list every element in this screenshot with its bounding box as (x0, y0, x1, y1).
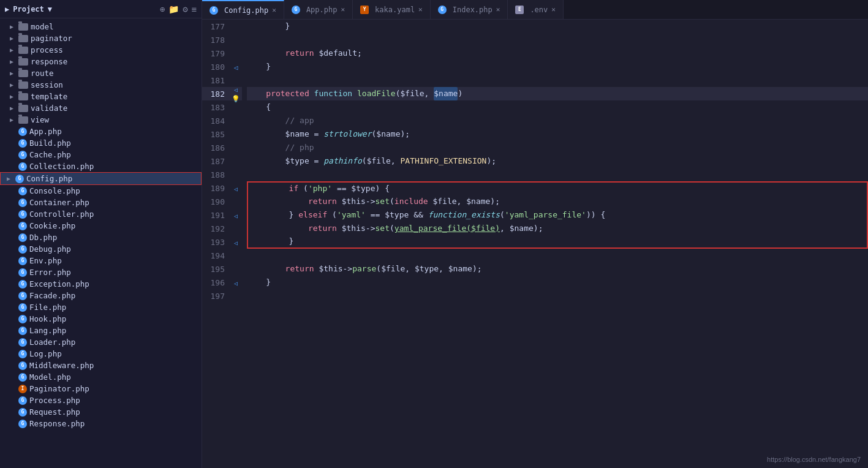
sidebar-item-file[interactable]: G File.php (0, 301, 202, 313)
arrow-icon: ▶ (10, 23, 18, 30)
sidebar-item-paginator[interactable]: ▶ paginator (0, 32, 202, 44)
item-label: Cache.php (29, 150, 71, 159)
tab-label: App.php (306, 6, 338, 14)
item-label: Build.php (29, 138, 71, 148)
sidebar-item-container[interactable]: G Container.php (0, 197, 202, 208)
add-folder-icon[interactable]: 📁 (168, 4, 179, 14)
php-icon: G (18, 245, 27, 254)
sidebar-item-model[interactable]: ▶ model (0, 21, 202, 32)
tab-kaka-yaml[interactable]: Y kaka.yaml ✕ (353, 0, 431, 19)
close-tab-icon[interactable]: ✕ (418, 6, 423, 13)
code-line-184: // app (247, 114, 868, 127)
sidebar-item-cache[interactable]: G Cache.php (0, 149, 202, 160)
item-label: Process.php (29, 396, 80, 405)
code-line-186: // php (247, 141, 868, 154)
code-line-194 (247, 249, 868, 262)
sidebar-item-config[interactable]: ▶ G Config.php (0, 172, 202, 185)
tab-index-php[interactable]: G Index.php ✕ (431, 0, 508, 19)
sidebar-item-collection[interactable]: G Collection.php (0, 160, 202, 172)
line-number: 195 (202, 265, 230, 274)
sidebar-item-exception[interactable]: G Exception.php (0, 278, 202, 290)
sidebar-item-lang[interactable]: G Lang.php (0, 325, 202, 336)
sidebar-item-log[interactable]: G Log.php (0, 348, 202, 360)
gutter-cell: ◁ (230, 238, 242, 247)
sidebar-item-build[interactable]: G Build.php (0, 137, 202, 149)
php-icon: G (18, 162, 27, 171)
sidebar-item-db[interactable]: G Db.php (0, 232, 202, 243)
sidebar-item-middleware[interactable]: G Middleware.php (0, 360, 202, 371)
close-tab-icon[interactable]: ✕ (272, 6, 276, 14)
php-icon: G (18, 396, 27, 405)
sidebar-item-session[interactable]: ▶ session (0, 79, 202, 91)
item-label: Response.php (29, 419, 85, 428)
code-line-197 (247, 289, 868, 303)
item-label: Lang.php (29, 326, 66, 335)
code-line-195: return $this->parse($file, $type, $name)… (247, 262, 868, 276)
sidebar-item-loader[interactable]: G Loader.php (0, 336, 202, 348)
php-icon: G (18, 408, 27, 417)
line-numbers-gutter: 177 178 179 180 ◁ 181 182 ◁ (202, 20, 242, 468)
sidebar-item-view[interactable]: ▶ view (0, 114, 202, 126)
folder-icon (18, 93, 28, 100)
settings-icon[interactable]: ⚙ (183, 4, 187, 14)
folder-icon (18, 105, 28, 112)
file-tree: ▶ model ▶ paginator ▶ process ▶ response… (0, 18, 202, 468)
sidebar-item-debug[interactable]: G Debug.php (0, 243, 202, 255)
sidebar-item-paginator-file[interactable]: I Paginator.php (0, 383, 202, 394)
tab-env[interactable]: E .env ✕ (508, 0, 564, 19)
line-number: 190 (202, 197, 230, 206)
sidebar-item-env[interactable]: G Env.php (0, 255, 202, 266)
item-label: Middleware.php (29, 361, 94, 370)
folder-icon (18, 35, 28, 42)
arrow-icon: ▶ (10, 81, 18, 88)
sidebar-item-controller[interactable]: G Controller.php (0, 208, 202, 220)
sidebar-item-response[interactable]: ▶ response (0, 56, 202, 67)
item-label: Paginator.php (29, 384, 89, 393)
code-line-196: } (247, 276, 868, 289)
close-tab-icon[interactable]: ✕ (496, 6, 500, 13)
sidebar-item-process-file[interactable]: G Process.php (0, 394, 202, 406)
php-icon: G (18, 151, 27, 159)
close-tab-icon[interactable]: ✕ (341, 6, 345, 13)
code-line-192: return $this->set(yaml_parse_file($file)… (247, 222, 868, 235)
sidebar-item-hook[interactable]: G Hook.php (0, 313, 202, 325)
php-icon: G (18, 373, 27, 382)
sidebar-item-route[interactable]: ▶ route (0, 67, 202, 79)
item-label: Model.php (29, 372, 71, 382)
line-number: 188 (202, 170, 230, 179)
project-title: ▶ Project ▼ (5, 5, 52, 13)
php-icon: G (18, 280, 27, 289)
folder-icon (18, 70, 28, 77)
dropdown-icon: ▼ (48, 5, 52, 13)
code-line-178 (247, 33, 868, 47)
item-label: App.php (29, 127, 62, 136)
sidebar-item-model-file[interactable]: G Model.php (0, 371, 202, 383)
tab-app-php[interactable]: G App.php ✕ (284, 0, 353, 19)
sidebar-header: ▶ Project ▼ ⊕ 📁 ⚙ ≡ (0, 0, 202, 18)
sidebar-item-template[interactable]: ▶ template (0, 91, 202, 102)
close-tab-icon[interactable]: ✕ (551, 6, 556, 13)
item-label: Facade.php (29, 291, 75, 300)
line-number: 194 (202, 251, 230, 260)
collapse-icon[interactable]: ≡ (192, 4, 197, 14)
tab-config-php[interactable]: G Config.php ✕ (202, 0, 284, 19)
sidebar-item-app[interactable]: G App.php (0, 126, 202, 137)
folder-icon (18, 58, 28, 66)
sidebar-item-request[interactable]: G Request.php (0, 406, 202, 418)
folder-icon (18, 47, 28, 54)
item-label: Db.php (29, 233, 57, 242)
php-icon: G (18, 198, 27, 207)
line-number: 191 (202, 211, 230, 220)
sidebar-item-console[interactable]: G Console.php (0, 185, 202, 197)
sidebar-item-process[interactable]: ▶ process (0, 44, 202, 56)
php-icon: G (18, 338, 27, 347)
sidebar-item-error[interactable]: G Error.php (0, 266, 202, 278)
code-editor[interactable]: } return $default; } protected function … (242, 20, 868, 468)
item-label: Controller.php (29, 209, 94, 219)
sidebar-item-facade[interactable]: G Facade.php (0, 290, 202, 301)
sidebar-item-validate[interactable]: ▶ validate (0, 102, 202, 114)
item-label: Request.php (29, 407, 80, 417)
add-file-icon[interactable]: ⊕ (160, 4, 165, 14)
sidebar-item-cookie[interactable]: G Cookie.php (0, 220, 202, 232)
sidebar-item-response-file[interactable]: G Response.php (0, 418, 202, 429)
